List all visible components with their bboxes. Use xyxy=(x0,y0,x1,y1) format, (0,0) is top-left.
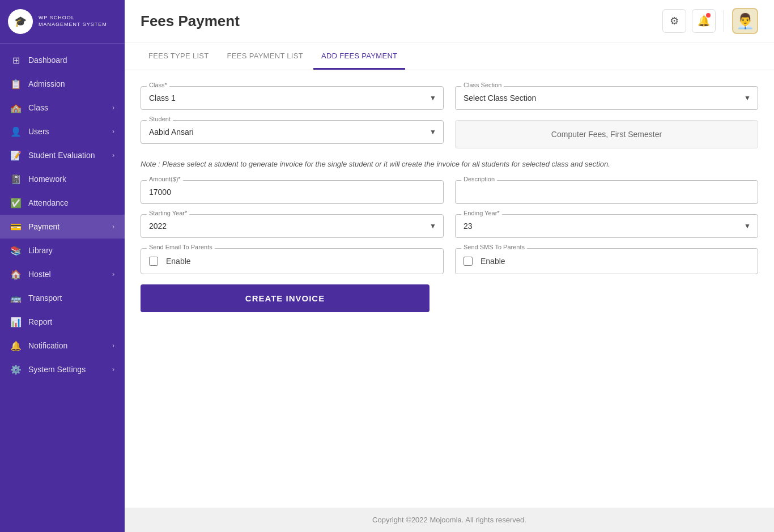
form-area: Class* Class 1 Class 2 Class 3 ▼ Class S… xyxy=(125,70,774,508)
sidebar-label-transport: Transport xyxy=(28,293,114,303)
sidebar-item-report[interactable]: 📊 Report xyxy=(0,310,125,334)
admission-icon: 📋 xyxy=(10,78,22,90)
sidebar-item-library[interactable]: 📚 Library xyxy=(0,239,125,262)
description-label: Description xyxy=(461,176,497,182)
ending-year-group: Ending Year* 21 22 23 24 ▼ xyxy=(455,214,758,238)
transport-icon: 🚌 xyxy=(10,292,22,304)
create-invoice-button[interactable]: CREATE INVOICE xyxy=(141,284,429,312)
class-icon: 🏫 xyxy=(10,102,22,113)
header-divider xyxy=(724,10,724,32)
sidebar-logo: 🎓 WP SCHOOL MANAGEMENT SYSTEM xyxy=(0,0,125,44)
users-arrow: › xyxy=(112,127,114,135)
description-input[interactable] xyxy=(456,181,758,203)
sidebar-label-admission: Admission xyxy=(28,79,114,88)
class-group: Class* Class 1 Class 2 Class 3 ▼ xyxy=(141,86,444,110)
amount-field-wrapper: Amount($)* xyxy=(141,180,444,204)
notification-arrow: › xyxy=(112,342,114,350)
main-content: Fees Payment ⚙ 🔔 👨‍💼 FEES TYPE LIST FEES… xyxy=(125,0,774,532)
sidebar: 🎓 WP SCHOOL MANAGEMENT SYSTEM ⊞ Dashboar… xyxy=(0,0,125,532)
logo-icon: 🎓 xyxy=(8,9,33,34)
avatar-figure: 👨‍💼 xyxy=(736,12,754,30)
class-section-field-wrapper: Class Section Select Class Section Secti… xyxy=(455,86,758,110)
users-icon: 👤 xyxy=(10,126,22,137)
student-evaluation-arrow: › xyxy=(112,151,114,159)
sidebar-label-class: Class xyxy=(28,103,105,112)
sidebar-item-hostel[interactable]: 🏠 Hostel › xyxy=(0,262,125,286)
footer-text: Copyright ©2022 Mojoomla. All rights res… xyxy=(372,516,526,524)
tab-fees-payment-list[interactable]: FEES PAYMENT LIST xyxy=(219,42,311,70)
system-settings-arrow: › xyxy=(112,365,114,373)
page-title: Fees Payment xyxy=(141,12,240,30)
class-label: Class* xyxy=(147,82,169,88)
class-section-label: Class Section xyxy=(461,82,504,88)
top-header: Fees Payment ⚙ 🔔 👨‍💼 xyxy=(125,0,774,42)
notification-dot xyxy=(706,13,711,18)
form-row-2: Student Aabid Ansari Student 2 Student 3… xyxy=(141,120,758,148)
sidebar-label-notification: Notification xyxy=(28,341,105,350)
sidebar-label-dashboard: Dashboard xyxy=(28,56,114,65)
sidebar-label-payment: Payment xyxy=(28,222,105,231)
send-email-wrapper: Send Email To Parents Enable xyxy=(141,248,444,274)
report-icon: 📊 xyxy=(10,316,22,327)
student-field-wrapper: Student Aabid Ansari Student 2 Student 3… xyxy=(141,120,444,144)
send-email-label: Send Email To Parents xyxy=(147,244,215,250)
sidebar-item-notification[interactable]: 🔔 Notification › xyxy=(0,334,125,357)
ending-year-select[interactable]: 21 22 23 24 xyxy=(456,215,758,237)
description-field-wrapper: Description xyxy=(455,180,758,204)
library-icon: 📚 xyxy=(10,245,22,256)
sidebar-label-hostel: Hostel xyxy=(28,270,105,279)
payment-arrow: › xyxy=(112,223,114,231)
header-actions: ⚙ 🔔 👨‍💼 xyxy=(662,8,758,34)
avatar[interactable]: 👨‍💼 xyxy=(732,8,758,34)
ending-year-field-wrapper: Ending Year* 21 22 23 24 ▼ xyxy=(455,214,758,238)
sidebar-item-payment[interactable]: 💳 Payment › xyxy=(0,215,125,239)
amount-input[interactable] xyxy=(141,181,443,203)
ending-year-label: Ending Year* xyxy=(461,210,502,216)
sidebar-item-transport[interactable]: 🚌 Transport xyxy=(0,286,125,310)
attendance-icon: ✅ xyxy=(10,197,22,208)
sidebar-item-homework[interactable]: 📓 Homework xyxy=(0,167,125,191)
sidebar-item-admission[interactable]: 📋 Admission xyxy=(0,72,125,96)
fees-info-box: Computer Fees, First Semester xyxy=(455,120,758,148)
send-email-checkbox-label: Enable xyxy=(166,257,191,266)
class-section-select[interactable]: Select Class Section Section A Section B xyxy=(456,87,758,109)
form-row-3: Amount($)* Description xyxy=(141,180,758,204)
send-email-group: Send Email To Parents Enable xyxy=(141,248,444,274)
tab-fees-type-list[interactable]: FEES TYPE LIST xyxy=(141,42,217,70)
hostel-icon: 🏠 xyxy=(10,269,22,280)
tab-add-fees-payment[interactable]: ADD FEES PAYMENT xyxy=(313,42,405,70)
homework-icon: 📓 xyxy=(10,173,22,185)
student-select[interactable]: Aabid Ansari Student 2 Student 3 xyxy=(141,121,443,143)
send-sms-checkbox-label: Enable xyxy=(480,257,505,266)
starting-year-select[interactable]: 2020 2021 2022 2023 xyxy=(141,215,443,237)
sidebar-item-class[interactable]: 🏫 Class › xyxy=(0,96,125,120)
hostel-arrow: › xyxy=(112,270,114,278)
gear-icon: ⚙ xyxy=(670,15,679,27)
footer: Copyright ©2022 Mojoomla. All rights res… xyxy=(125,508,774,532)
student-evaluation-icon: 📝 xyxy=(10,150,22,161)
send-sms-checkbox[interactable] xyxy=(463,257,473,266)
logo-text: WP SCHOOL MANAGEMENT SYSTEM xyxy=(39,15,107,28)
class-select[interactable]: Class 1 Class 2 Class 3 xyxy=(141,87,443,109)
description-group: Description xyxy=(455,180,758,204)
form-row-4: Starting Year* 2020 2021 2022 2023 ▼ End… xyxy=(141,214,758,238)
sidebar-item-users[interactable]: 👤 Users › xyxy=(0,120,125,143)
sidebar-item-dashboard[interactable]: ⊞ Dashboard xyxy=(0,48,125,72)
system-settings-icon: ⚙️ xyxy=(10,364,22,375)
sidebar-nav: ⊞ Dashboard 📋 Admission 🏫 Class › 👤 User… xyxy=(0,44,125,532)
sidebar-item-student-evaluation[interactable]: 📝 Student Evaluation › xyxy=(0,143,125,167)
sidebar-label-attendance: Attendance xyxy=(28,198,114,207)
sidebar-label-library: Library xyxy=(28,246,114,255)
sidebar-item-attendance[interactable]: ✅ Attendance xyxy=(0,191,125,215)
class-field-wrapper: Class* Class 1 Class 2 Class 3 ▼ xyxy=(141,86,444,110)
gear-button[interactable]: ⚙ xyxy=(662,9,686,33)
class-section-group: Class Section Select Class Section Secti… xyxy=(455,86,758,110)
bell-button[interactable]: 🔔 xyxy=(692,9,716,33)
starting-year-group: Starting Year* 2020 2021 2022 2023 ▼ xyxy=(141,214,444,238)
class-arrow: › xyxy=(112,104,114,112)
sidebar-item-system-settings[interactable]: ⚙️ System Settings › xyxy=(0,357,125,381)
starting-year-field-wrapper: Starting Year* 2020 2021 2022 2023 ▼ xyxy=(141,214,444,238)
form-row-1: Class* Class 1 Class 2 Class 3 ▼ Class S… xyxy=(141,86,758,110)
send-email-checkbox[interactable] xyxy=(149,257,158,266)
amount-label: Amount($)* xyxy=(147,176,183,182)
